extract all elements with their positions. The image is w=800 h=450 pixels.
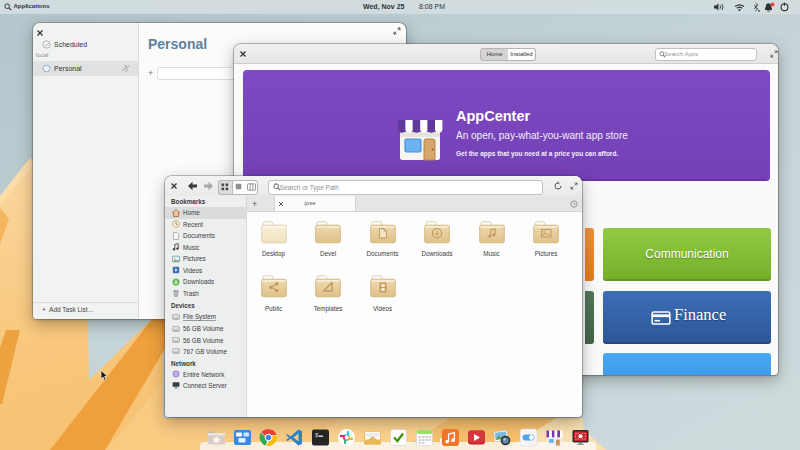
svg-text:$: $ <box>315 432 319 439</box>
